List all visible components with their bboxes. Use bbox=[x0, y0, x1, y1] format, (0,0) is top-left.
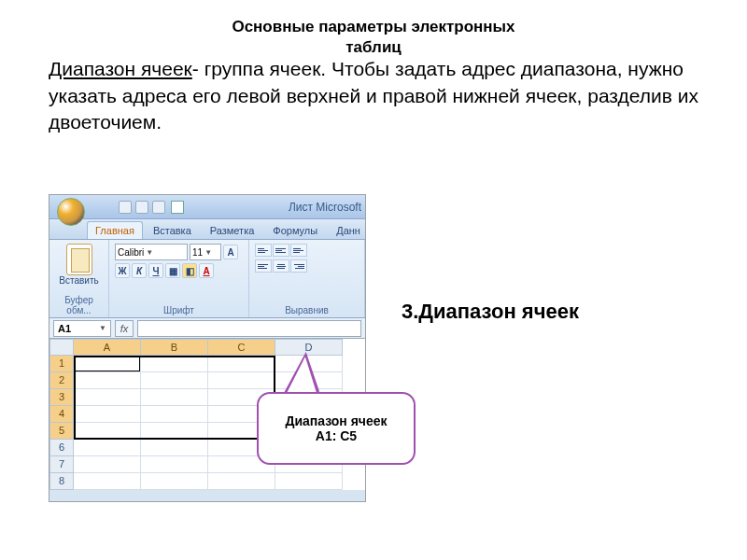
tab-data[interactable]: Данн bbox=[328, 221, 366, 239]
formula-input[interactable] bbox=[137, 320, 361, 337]
row-header[interactable]: 8 bbox=[49, 473, 74, 490]
cell[interactable] bbox=[74, 389, 141, 406]
callout-line2: А1: С5 bbox=[285, 428, 387, 443]
cell[interactable] bbox=[74, 456, 141, 473]
group-alignment: Выравнив bbox=[249, 240, 365, 317]
callout-line1: Диапазон ячеек bbox=[285, 413, 387, 428]
group-align-label: Выравнив bbox=[255, 303, 359, 315]
align-middle-icon[interactable] bbox=[273, 244, 289, 257]
cell[interactable] bbox=[74, 356, 141, 372]
page-title: Основные параметры электронных таблиц bbox=[0, 0, 747, 58]
align-bottom-icon[interactable] bbox=[290, 244, 307, 257]
cell[interactable] bbox=[74, 423, 141, 440]
cell[interactable] bbox=[141, 473, 208, 490]
font-color-icon[interactable]: A bbox=[199, 263, 214, 278]
qat-save-icon[interactable] bbox=[119, 201, 132, 214]
row-header[interactable]: 3 bbox=[49, 389, 74, 406]
col-header[interactable]: B bbox=[141, 339, 208, 356]
titlebar: Лист Microsoft bbox=[49, 195, 365, 219]
tab-insert[interactable]: Вставка bbox=[145, 221, 200, 239]
paste-icon[interactable] bbox=[66, 244, 92, 275]
chevron-down-icon: ▼ bbox=[99, 324, 106, 332]
align-left-icon[interactable] bbox=[255, 259, 272, 273]
cell[interactable] bbox=[208, 356, 275, 372]
select-all-corner[interactable] bbox=[49, 339, 74, 356]
group-font: Calibri▼ 11▼ A Ж К Ч ▦ ◧ A Шрифт bbox=[109, 240, 249, 317]
align-top-icon[interactable] bbox=[255, 244, 272, 257]
group-clipboard: Вставить Буфер обм... bbox=[49, 240, 109, 317]
cell[interactable] bbox=[141, 372, 208, 389]
cell[interactable] bbox=[74, 406, 141, 423]
row-header[interactable]: 1 bbox=[49, 356, 74, 372]
fx-icon[interactable]: fx bbox=[115, 320, 134, 337]
group-clipboard-label: Буфер обм... bbox=[55, 293, 103, 315]
qat-redo-icon[interactable] bbox=[152, 201, 165, 214]
align-right-icon[interactable] bbox=[290, 259, 307, 273]
window-title: Лист Microsoft bbox=[289, 201, 361, 214]
col-header[interactable]: A bbox=[74, 339, 141, 356]
cell[interactable] bbox=[141, 356, 208, 372]
formula-bar: A1▼ fx bbox=[49, 318, 365, 339]
cell[interactable] bbox=[74, 473, 141, 490]
italic-button[interactable]: К bbox=[132, 263, 147, 278]
ribbon: Вставить Буфер обм... Calibri▼ 11▼ A Ж К… bbox=[49, 240, 365, 318]
quick-access-toolbar bbox=[119, 201, 165, 214]
paste-label: Вставить bbox=[55, 275, 103, 286]
align-center-icon[interactable] bbox=[273, 259, 289, 273]
group-font-label: Шрифт bbox=[115, 303, 243, 315]
ribbon-tabs: Главная Вставка Разметка Формулы Данн bbox=[49, 219, 365, 240]
font-size-combo[interactable]: 11▼ bbox=[190, 244, 221, 260]
border-icon[interactable]: ▦ bbox=[165, 263, 180, 278]
row-header[interactable]: 5 bbox=[49, 423, 74, 440]
cell[interactable] bbox=[74, 440, 141, 456]
cell[interactable] bbox=[74, 372, 141, 389]
callout: Диапазон ячеек А1: С5 bbox=[257, 392, 416, 465]
cell[interactable] bbox=[275, 473, 343, 490]
cell[interactable] bbox=[141, 406, 208, 423]
underline-button[interactable]: Ч bbox=[148, 263, 163, 278]
cell[interactable] bbox=[141, 423, 208, 440]
qat-undo-icon[interactable] bbox=[135, 201, 148, 214]
row-header[interactable]: 7 bbox=[49, 456, 74, 473]
cell[interactable] bbox=[208, 372, 275, 389]
term: Диапазон ячеек bbox=[49, 58, 192, 79]
office-button-icon[interactable] bbox=[57, 198, 85, 226]
body-paragraph: Диапазон ячеек- группа ячеек. Чтобы зада… bbox=[0, 56, 747, 135]
col-header[interactable]: C bbox=[208, 339, 275, 356]
bold-button[interactable]: Ж bbox=[115, 263, 130, 278]
font-name-combo[interactable]: Calibri▼ bbox=[115, 244, 188, 260]
cell[interactable] bbox=[141, 440, 208, 456]
chevron-down-icon: ▼ bbox=[146, 248, 153, 257]
chevron-down-icon: ▼ bbox=[204, 248, 212, 257]
name-box[interactable]: A1▼ bbox=[53, 320, 111, 337]
tab-formulas[interactable]: Формулы bbox=[264, 221, 326, 239]
grow-font-icon[interactable]: A bbox=[223, 245, 238, 259]
cell[interactable] bbox=[208, 473, 275, 490]
row-header[interactable]: 6 bbox=[49, 440, 74, 456]
cell[interactable] bbox=[141, 456, 208, 473]
fill-color-icon[interactable]: ◧ bbox=[182, 263, 197, 278]
tab-layout[interactable]: Разметка bbox=[202, 221, 263, 239]
row-header[interactable]: 2 bbox=[49, 372, 74, 389]
tab-home[interactable]: Главная bbox=[87, 221, 143, 239]
document-icon bbox=[171, 201, 184, 214]
row-header[interactable]: 4 bbox=[49, 406, 74, 423]
cell[interactable] bbox=[141, 389, 208, 406]
side-label: 3.Диапазон ячеек bbox=[402, 299, 579, 326]
callout-tail bbox=[281, 356, 317, 396]
